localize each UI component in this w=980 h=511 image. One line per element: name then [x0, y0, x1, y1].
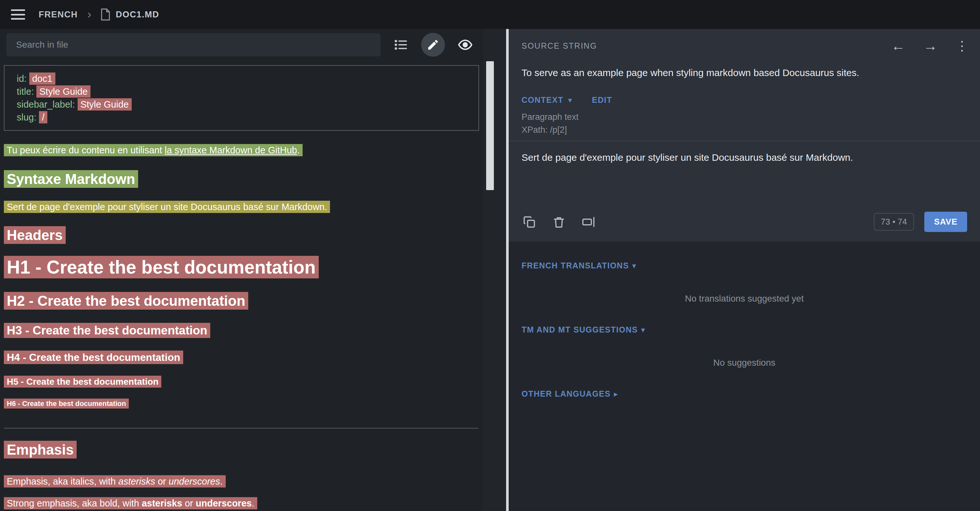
list-view-icon[interactable]	[389, 33, 413, 57]
document-scrollbar-track	[483, 29, 506, 511]
translated-segment[interactable]: Tu peux écrire du contenu en utilisant l…	[4, 144, 302, 156]
panel-divider[interactable]	[506, 29, 509, 511]
breadcrumb-language[interactable]: FRENCH	[39, 10, 78, 20]
active-segment[interactable]: Sert de page d'exemple pour styliser un …	[4, 201, 330, 213]
heading-h5: H5 - Create the best documentation	[4, 376, 480, 387]
paragraph-emphasis: Emphasis, aka italics, with asterisks or…	[4, 475, 480, 488]
heading-h4: H4 - Create the best documentation	[4, 351, 480, 363]
chevron-down-icon: ▾	[568, 96, 572, 104]
frontmatter-line: title: Style Guide	[17, 85, 472, 98]
edit-button[interactable]: EDIT	[592, 95, 612, 105]
no-suggestions-message: No suggestions	[522, 358, 967, 368]
source-header-row: SOURCE STRING ← → ⋮	[509, 29, 980, 53]
search-row	[0, 29, 483, 59]
context-row: CONTEXT ▾ EDIT	[522, 95, 967, 105]
menu-icon[interactable]	[11, 10, 25, 20]
frontmatter-block: id: doc1 title: Style Guide sidebar_labe…	[4, 65, 479, 131]
heading-h6: H6 - Create the best documentation	[4, 399, 480, 408]
untranslated-segment[interactable]: H2 - Create the best documentation	[4, 292, 248, 310]
translation-input[interactable]: Sert de page d'exemple pour styliser un …	[509, 141, 980, 206]
context-type: Paragraph text	[522, 110, 967, 123]
file-icon	[100, 8, 111, 21]
strong-text: .	[252, 498, 255, 508]
strong-text: or	[182, 498, 196, 508]
source-string-label: SOURCE STRING	[522, 41, 597, 51]
emphasis-text: Emphasis, aka italics, with	[7, 476, 118, 487]
chevron-down-icon: ▾	[632, 261, 636, 270]
breadcrumb-file: DOC1.MD	[116, 10, 159, 20]
french-translations-label: FRENCH TRANSLATIONS	[522, 261, 629, 270]
source-string-card: SOURCE STRING ← → ⋮ To serve as an examp…	[509, 29, 980, 242]
translation-toolbar: 73 • 74 SAVE	[509, 206, 980, 242]
frontmatter-key: sidebar_label:	[17, 99, 75, 110]
source-actions: ← → ⋮	[891, 39, 969, 53]
document-scrollbar-thumb[interactable]	[486, 61, 494, 190]
no-translations-message: No translations suggested yet	[522, 294, 967, 304]
previous-string-icon[interactable]: ←	[891, 39, 905, 53]
untranslated-segment[interactable]: H4 - Create the best documentation	[4, 351, 183, 364]
untranslated-segment[interactable]: Strong emphasis, aka bold, with asterisk…	[4, 497, 257, 509]
strong-bold: underscores	[196, 498, 252, 508]
section-french-translations[interactable]: FRENCH TRANSLATIONS ▾	[522, 261, 967, 270]
heading-h1: H1 - Create the best documentation	[4, 257, 480, 278]
translated-segment[interactable]: Syntaxe Markdown	[4, 170, 138, 188]
untranslated-segment[interactable]: Headers	[4, 226, 66, 244]
document-panel: id: doc1 title: Style Guide sidebar_labe…	[0, 29, 483, 511]
frontmatter-line: id: doc1	[17, 72, 472, 85]
frontmatter-value-segment[interactable]: /	[39, 111, 47, 123]
chevron-right-icon: ▸	[614, 390, 618, 399]
delete-translation-icon[interactable]	[551, 214, 566, 230]
frontmatter-key: id:	[17, 73, 27, 84]
emphasis-italic: underscores	[169, 476, 220, 487]
edit-mode-icon[interactable]	[421, 33, 445, 57]
chevron-right-icon: ›	[88, 8, 91, 21]
paragraph-example: Sert de page d'exemple pour styliser un …	[4, 200, 480, 213]
horizontal-rule	[4, 428, 479, 428]
frontmatter-line: slug: /	[17, 111, 472, 124]
heading-emphasis: Emphasis	[4, 441, 480, 458]
kebab-menu-icon[interactable]: ⋮	[956, 39, 969, 52]
toolbar-right-group: 73 • 74 SAVE	[874, 212, 967, 232]
heading-headers: Headers	[4, 227, 480, 244]
heading-syntaxe-markdown: Syntaxe Markdown	[4, 171, 480, 187]
section-other-languages[interactable]: OTHER LANGUAGES ▸	[522, 389, 967, 399]
suggestion-sections: FRENCH TRANSLATIONS ▾ No translations su…	[509, 242, 980, 399]
frontmatter-value-segment[interactable]: doc1	[29, 72, 56, 85]
other-languages-label: OTHER LANGUAGES	[522, 389, 611, 399]
frontmatter-key: slug:	[17, 112, 37, 123]
section-tm-mt-suggestions[interactable]: TM AND MT SUGGESTIONS ▾	[522, 325, 967, 334]
untranslated-segment[interactable]: Emphasis, aka italics, with asterisks or…	[4, 475, 226, 487]
frontmatter-value-segment[interactable]: Style Guide	[37, 85, 91, 97]
untranslated-segment[interactable]: H3 - Create the best documentation	[4, 323, 210, 338]
source-text: To serve as an example page when styling…	[522, 66, 967, 79]
frontmatter-value-segment[interactable]: Style Guide	[78, 98, 132, 110]
context-details: Paragraph text XPath: /p[2]	[522, 110, 967, 136]
search-input[interactable]	[6, 33, 380, 56]
preview-eye-icon[interactable]	[453, 33, 477, 57]
intro-link[interactable]: la syntaxe Markdown de GitHub	[165, 145, 297, 155]
intro-text: Tu peux écrire du contenu en utilisant	[7, 145, 165, 155]
copy-source-icon[interactable]	[522, 214, 537, 230]
frontmatter-line: sidebar_label: Style Guide	[17, 98, 472, 111]
text-field-cursor-icon[interactable]	[581, 214, 596, 230]
heading-h3: H3 - Create the best documentation	[4, 324, 480, 338]
top-bar: FRENCH › DOC1.MD	[0, 0, 980, 29]
emphasis-italic: asterisks	[118, 476, 155, 487]
heading-h2: H2 - Create the best documentation	[4, 292, 480, 309]
save-button[interactable]: SAVE	[924, 212, 967, 232]
intro-text-end: .	[297, 145, 300, 155]
context-toggle[interactable]: CONTEXT ▾	[522, 95, 572, 105]
untranslated-segment[interactable]: H5 - Create the best documentation	[4, 376, 161, 388]
untranslated-segment[interactable]: H1 - Create the best documentation	[4, 256, 319, 278]
translation-panel: SOURCE STRING ← → ⋮ To serve as an examp…	[509, 29, 980, 511]
document-content: id: doc1 title: Style Guide sidebar_labe…	[0, 59, 483, 511]
strong-bold: asterisks	[142, 498, 182, 508]
untranslated-segment[interactable]: H6 - Create the best documentation	[4, 399, 129, 409]
paragraph-intro: Tu peux écrire du contenu en utilisant l…	[4, 144, 480, 156]
context-label: CONTEXT	[522, 95, 563, 104]
strong-text: Strong emphasis, aka bold, with	[7, 498, 142, 508]
paragraph-strong: Strong emphasis, aka bold, with asterisk…	[4, 497, 480, 510]
emphasis-text: .	[220, 476, 223, 487]
untranslated-segment[interactable]: Emphasis	[4, 441, 76, 458]
next-string-icon[interactable]: →	[923, 39, 937, 53]
